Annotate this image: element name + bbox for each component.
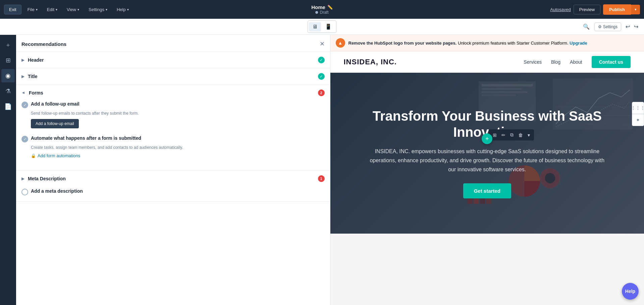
redo-button[interactable]: ↪	[632, 22, 640, 32]
publish-button[interactable]: Publish	[603, 4, 631, 15]
header-complete-badge: ✓	[318, 57, 325, 63]
follow-up-check-icon: ✓	[21, 102, 28, 108]
desktop-view-button[interactable]: 🖥	[309, 22, 321, 32]
gear-icon: ⚙	[598, 24, 602, 29]
meta-chevron-icon: ▶	[21, 176, 24, 181]
mobile-view-button[interactable]: 📱	[322, 22, 335, 32]
pages-icon-button[interactable]: 📄	[1, 100, 15, 113]
nav-about-link[interactable]: About	[570, 59, 582, 65]
recommendations-icon-button[interactable]: ◉	[1, 69, 15, 82]
search-button[interactable]: 🔍	[581, 21, 592, 32]
accordion-header-toggle[interactable]: ▶ Header ✓	[16, 52, 330, 68]
header-section-title: Header	[28, 57, 44, 63]
nav-blog-link[interactable]: Blog	[551, 59, 560, 65]
meta-add-title: Add a meta description	[31, 188, 83, 195]
automation-desc: Create tasks, assign team members, and a…	[31, 144, 325, 150]
hero-cta-button[interactable]: Get started	[463, 183, 511, 198]
accordion-title-toggle[interactable]: ▶ Title ✓	[16, 68, 330, 84]
main-area: ＋ ⊞ ◉ ⚗ 📄 Recommendations ✕ ▶ Header ✓	[0, 35, 644, 305]
title-section-title: Title	[28, 74, 38, 79]
add-form-automations-link[interactable]: 🔒 Add form automations	[31, 153, 325, 158]
add-follow-up-email-button[interactable]: Add a follow-up email	[31, 119, 79, 128]
exit-button[interactable]: Exit	[4, 5, 21, 14]
edit-menu[interactable]: Edit ▾	[44, 5, 61, 14]
layers-icon-button[interactable]: ⊞	[1, 54, 15, 67]
help-menu[interactable]: Help ▾	[113, 5, 132, 14]
follow-up-title: Add a follow-up email	[31, 101, 79, 108]
nav-services-link[interactable]: Services	[524, 59, 542, 65]
panel-header: Recommendations ✕	[16, 35, 330, 52]
settings-menu[interactable]: Settings ▾	[85, 5, 111, 14]
section-copy-icon[interactable]: ⧉	[508, 131, 516, 139]
section-edit-icon[interactable]: ✏	[499, 131, 507, 139]
settings-toolbar-button[interactable]: ⚙ Settings	[594, 22, 621, 31]
top-bar: Exit File ▾ Edit ▾ View ▾ Settings ▾ Hel…	[0, 0, 644, 19]
meta-section-title: Meta Description	[28, 176, 66, 181]
forms-badge: 2	[318, 89, 325, 96]
automation-check-icon: ✓	[21, 136, 28, 142]
float-grid-button[interactable]: ⋮⋮⋮	[632, 102, 644, 114]
page-preview: INSIDEA, INC. Services Blog About Contac…	[330, 51, 644, 234]
add-section-button[interactable]: +	[482, 133, 492, 144]
hero-section: Transform Your Business with SaaS Innova…	[330, 73, 644, 234]
undo-button[interactable]: ↩	[624, 22, 632, 32]
accordion-header-section: ▶ Header ✓	[16, 52, 330, 68]
section-delete-icon[interactable]: 🗑	[516, 131, 525, 139]
banner-normal-text: Unlock premium features with Starter Cus…	[458, 41, 568, 46]
help-chevron-icon: ▾	[127, 8, 129, 11]
banner-bold-text: Remove the HubSpot logo from your websit…	[348, 41, 457, 46]
nav-contact-button[interactable]: Contact us	[592, 56, 631, 68]
hubspot-icon: ▲	[336, 38, 345, 48]
header-chevron-icon: ▶	[21, 58, 24, 62]
file-chevron-icon: ▾	[36, 8, 38, 11]
float-sparkle-button[interactable]: ✦	[632, 114, 644, 126]
edit-chevron-icon: ▾	[56, 8, 57, 11]
preview-nav-links: Services Blog About Contact us	[524, 56, 631, 68]
title-complete-badge: ✓	[318, 73, 325, 80]
preview-nav: INSIDEA, INC. Services Blog About Contac…	[330, 51, 644, 73]
forms-chevron-icon: ▼	[21, 91, 26, 95]
optimize-icon-button[interactable]: ⚗	[1, 84, 15, 98]
section-more-icon[interactable]: ▾	[526, 131, 532, 139]
lock-icon: 🔒	[31, 154, 36, 158]
toolbar-right: 🔍 ⚙ Settings ↩ ↪	[581, 21, 640, 32]
rec-item-follow-up: ✓ Add a follow-up email Send follow-up e…	[21, 101, 325, 128]
recommendations-panel: Recommendations ✕ ▶ Header ✓ ▶ Title ✓	[16, 35, 330, 305]
meta-badge: 1	[318, 175, 325, 182]
forms-section-title: Forms	[29, 90, 43, 96]
meta-check-icon	[21, 189, 28, 195]
view-chevron-icon: ▾	[77, 8, 79, 11]
upgrade-link[interactable]: Upgrade	[570, 41, 587, 46]
floating-right-panel: ⋮⋮⋮ ✦	[632, 102, 644, 126]
edit-title-icon[interactable]: ✏️	[327, 5, 333, 10]
undo-redo-group: ↩ ↪	[624, 22, 640, 32]
section-toolbar: ⊞ ✏ ⧉ 🗑 ▾	[489, 129, 534, 140]
settings-chevron-icon: ▾	[106, 8, 107, 11]
draft-status: Draft	[315, 10, 328, 15]
banner-text: Remove the HubSpot logo from your websit…	[348, 41, 639, 46]
publish-group: Publish ▾	[603, 4, 640, 15]
preview-button[interactable]: Preview	[574, 5, 600, 14]
accordion-forms-section: ▼ Forms 2 ✓ Add a follow-up email Send f…	[16, 85, 330, 171]
autosaved-label[interactable]: Autosaved	[550, 7, 571, 12]
add-section-icon-button[interactable]: ＋	[1, 38, 15, 52]
meta-body: Add a meta description	[16, 187, 330, 201]
file-menu[interactable]: File ▾	[24, 5, 41, 14]
publish-dropdown-button[interactable]: ▾	[631, 5, 640, 14]
close-panel-button[interactable]: ✕	[320, 40, 325, 48]
panel-title: Recommendations	[21, 41, 66, 47]
content-area: ▲ Remove the HubSpot logo from your webs…	[330, 35, 644, 305]
upgrade-banner: ▲ Remove the HubSpot logo from your webs…	[330, 35, 644, 51]
accordion-forms-toggle[interactable]: ▼ Forms 2	[16, 85, 330, 101]
accordion-meta-toggle[interactable]: ▶ Meta Description 1	[16, 171, 330, 187]
hero-content: Transform Your Business with SaaS Innova…	[330, 73, 644, 234]
automation-title: Automate what happens after a form is su…	[31, 135, 141, 142]
second-toolbar: 🖥 📱 🔍 ⚙ Settings ↩ ↪	[0, 19, 644, 35]
rec-item-automation: ✓ Automate what happens after a form is …	[21, 135, 325, 158]
help-button[interactable]: Help	[622, 283, 639, 300]
hero-description: INSIDEA, INC. empowers businesses with c…	[366, 147, 608, 174]
site-logo: INSIDEA, INC.	[344, 58, 397, 66]
sidebar-icons: ＋ ⊞ ◉ ⚗ 📄	[0, 35, 16, 305]
view-menu[interactable]: View ▾	[63, 5, 83, 14]
right-actions: Autosaved Preview Publish ▾	[550, 4, 640, 15]
